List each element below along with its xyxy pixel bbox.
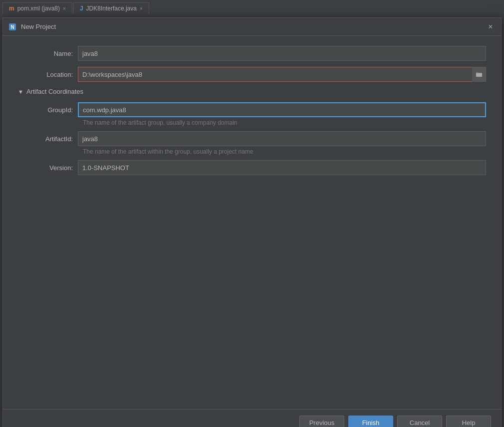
artifact-section-header: ▼ Artifact Coordinates: [18, 88, 486, 95]
new-project-dialog: N New Project × Name: Location:: [2, 17, 502, 427]
previous-button[interactable]: Previous: [299, 416, 344, 427]
finish-button[interactable]: Finish: [348, 416, 393, 427]
artifactid-row: ArtifactId:: [18, 131, 486, 146]
groupid-label: GroupId:: [18, 106, 78, 114]
tab-icon-jdk: J: [80, 5, 83, 12]
tab-pom-xml[interactable]: m pom.xml (java8) ×: [2, 2, 72, 14]
svg-rect-2: [476, 73, 482, 77]
name-row: Name:: [18, 46, 486, 61]
dialog-icon: N: [8, 22, 17, 31]
artifactid-input[interactable]: [78, 131, 486, 146]
name-input[interactable]: [78, 46, 486, 61]
tab-close-pom[interactable]: ×: [63, 6, 66, 11]
collapse-arrow-icon[interactable]: ▼: [18, 89, 23, 95]
dialog-body: Name: Location: ▼: [3, 36, 501, 409]
version-label: Version:: [18, 164, 78, 172]
artifact-section-title: Artifact Coordinates: [26, 88, 83, 95]
version-input[interactable]: [78, 160, 486, 175]
dialog-title: New Project: [21, 23, 485, 30]
location-row: Location:: [18, 67, 486, 82]
tab-label-jdk: JDK8Interface.java: [86, 5, 137, 12]
svg-text:N: N: [10, 24, 14, 30]
browse-button[interactable]: [472, 67, 486, 82]
artifactid-hint: The name of the artifact within the grou…: [83, 148, 486, 155]
dialog-footer: Previous Finish Cancel Help: [3, 409, 501, 427]
cancel-button[interactable]: Cancel: [397, 416, 442, 427]
tab-icon-pom: m: [9, 5, 14, 12]
artifactid-label: ArtifactId:: [18, 135, 78, 143]
groupid-hint: The name of the artifact group, usually …: [83, 119, 486, 126]
groupid-row: GroupId:: [18, 102, 486, 117]
tab-close-jdk[interactable]: ×: [140, 6, 143, 11]
location-wrapper: [78, 67, 486, 82]
tab-jdk8-interface[interactable]: J JDK8Interface.java ×: [73, 2, 149, 14]
location-label: Location:: [18, 71, 78, 78]
name-label: Name:: [18, 50, 78, 57]
title-bar: N New Project ×: [3, 18, 501, 36]
location-input[interactable]: [78, 67, 486, 82]
version-row: Version:: [18, 160, 486, 175]
help-button[interactable]: Help: [446, 416, 491, 427]
groupid-input[interactable]: [78, 102, 486, 117]
tab-bar: m pom.xml (java8) × J JDK8Interface.java…: [2, 2, 149, 14]
tab-label-pom: pom.xml (java8): [17, 5, 60, 12]
close-button[interactable]: ×: [485, 21, 496, 32]
